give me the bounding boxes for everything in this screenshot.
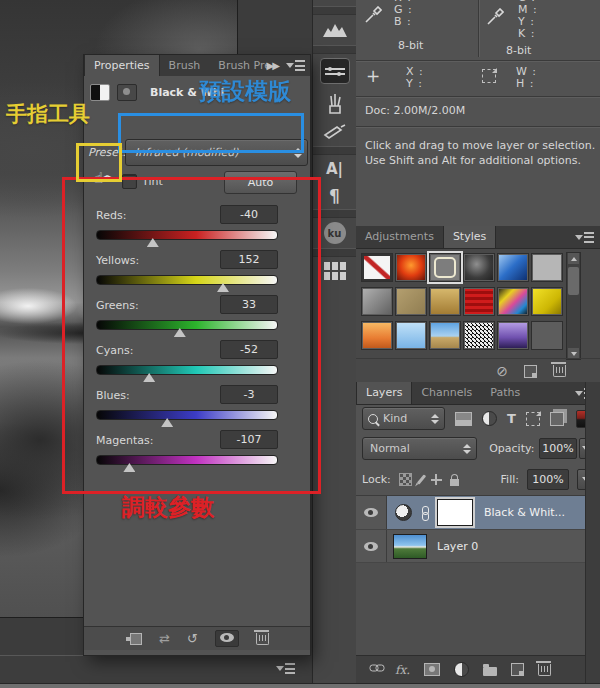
filter-shape-layers-icon[interactable] bbox=[526, 412, 540, 426]
style-bw-noise[interactable] bbox=[463, 321, 495, 350]
style-dark-swirl[interactable] bbox=[463, 253, 495, 282]
scroll-thumb[interactable] bbox=[568, 267, 579, 295]
tab-paths[interactable]: Paths bbox=[481, 382, 529, 404]
link-layers-icon[interactable] bbox=[371, 665, 385, 672]
slider-thumb[interactable] bbox=[123, 463, 135, 472]
slider-value-field[interactable]: -107 bbox=[220, 430, 278, 449]
style-white-outline[interactable] bbox=[429, 253, 461, 282]
filter-kind-dropdown[interactable]: Kind bbox=[362, 407, 445, 430]
layer-effects-icon[interactable]: fx. bbox=[395, 663, 410, 677]
visibility-cell[interactable] bbox=[356, 530, 387, 562]
slider-track[interactable] bbox=[96, 275, 278, 285]
style-gold[interactable] bbox=[429, 287, 461, 316]
delete-style-icon[interactable] bbox=[553, 365, 566, 377]
style-none[interactable] bbox=[361, 253, 393, 282]
style-blue-gloss[interactable] bbox=[497, 253, 529, 282]
dock-group-handle[interactable] bbox=[313, 146, 356, 155]
lock-pixels-icon[interactable] bbox=[417, 474, 426, 484]
panel-menu-icon[interactable] bbox=[575, 232, 594, 243]
style-gray-gradient[interactable] bbox=[361, 287, 393, 316]
styles-scrollbar[interactable] bbox=[566, 252, 581, 360]
kuler-panel-icon[interactable]: ku bbox=[313, 222, 356, 244]
new-adjustment-layer-icon[interactable] bbox=[454, 662, 469, 677]
style-light-gray[interactable] bbox=[531, 253, 563, 282]
scroll-up-arrow[interactable] bbox=[568, 253, 579, 264]
slider-thumb[interactable] bbox=[217, 283, 229, 292]
slider-track[interactable] bbox=[96, 320, 278, 330]
preset-dropdown[interactable]: Infrared (modified) bbox=[125, 139, 308, 166]
style-landscape[interactable] bbox=[429, 321, 461, 350]
opacity-value[interactable]: 100% bbox=[539, 438, 576, 459]
add-mask-icon[interactable] bbox=[424, 663, 440, 676]
slider-value-field[interactable]: 152 bbox=[220, 250, 278, 269]
tab-styles[interactable]: Styles bbox=[443, 226, 496, 248]
histogram-panel-icon[interactable] bbox=[313, 15, 356, 45]
layer-mask-thumbnail[interactable] bbox=[437, 499, 473, 526]
style-camo-multi[interactable] bbox=[497, 287, 529, 316]
paragraph-panel-icon[interactable]: ¶ bbox=[313, 183, 356, 209]
slider-track[interactable] bbox=[96, 230, 278, 240]
filter-type-layers-icon[interactable]: T bbox=[507, 411, 516, 426]
dock-group-handle[interactable] bbox=[313, 6, 356, 15]
clear-style-icon[interactable]: ⊘ bbox=[496, 363, 508, 379]
slider-track[interactable] bbox=[96, 365, 278, 375]
delete-adjustment-icon[interactable] bbox=[256, 633, 269, 645]
layer-name[interactable]: Black & Whit... bbox=[484, 506, 565, 519]
view-previous-state-icon[interactable]: ⇄ bbox=[159, 631, 170, 646]
collapse-panels-icon[interactable]: ▶▶ bbox=[267, 60, 278, 71]
slider-thumb[interactable] bbox=[161, 418, 173, 427]
style-red-glow[interactable] bbox=[395, 253, 427, 282]
clip-to-layer-icon[interactable] bbox=[130, 633, 142, 645]
brush-presets-panel-icon[interactable] bbox=[313, 88, 356, 118]
layer-row-black-white[interactable]: Black & Whit... bbox=[356, 496, 600, 530]
dock-group-handle[interactable] bbox=[313, 209, 356, 218]
style-orange-sky[interactable] bbox=[361, 321, 393, 350]
dock-group-handle[interactable] bbox=[313, 248, 356, 257]
slider-track[interactable] bbox=[96, 455, 278, 465]
properties-panel-icon[interactable] bbox=[320, 58, 350, 84]
tab-layers[interactable]: Layers bbox=[356, 382, 412, 404]
tint-checkbox[interactable] bbox=[122, 174, 137, 189]
delete-layer-icon[interactable] bbox=[538, 664, 551, 676]
lock-transparency-icon[interactable] bbox=[399, 473, 412, 486]
layer-row-layer0[interactable]: Layer 0 bbox=[356, 530, 600, 563]
slider-thumb[interactable] bbox=[147, 238, 159, 247]
new-style-icon[interactable] bbox=[524, 365, 537, 378]
toggle-visibility-button[interactable] bbox=[215, 630, 239, 647]
slider-thumb[interactable] bbox=[143, 373, 155, 382]
clone-source-panel-icon[interactable] bbox=[313, 118, 356, 146]
style-yellow-3d[interactable] bbox=[531, 287, 563, 316]
style-dark-flat[interactable] bbox=[531, 321, 563, 350]
slider-value-field[interactable]: -52 bbox=[220, 340, 278, 359]
reset-defaults-icon[interactable]: ↺ bbox=[187, 631, 198, 646]
layer-name[interactable]: Layer 0 bbox=[437, 540, 478, 553]
mask-icon[interactable] bbox=[117, 84, 137, 101]
lock-all-icon[interactable] bbox=[450, 479, 459, 486]
tab-adjustments[interactable]: Adjustments bbox=[356, 226, 443, 248]
filter-adjustment-layers-icon[interactable] bbox=[482, 411, 497, 426]
slider-thumb[interactable] bbox=[174, 328, 186, 337]
slider-value-field[interactable]: -3 bbox=[220, 385, 278, 404]
filter-smart-objects-icon[interactable] bbox=[550, 412, 564, 426]
layer-comps-panel-icon[interactable] bbox=[324, 262, 346, 280]
layer-thumbnail[interactable] bbox=[393, 534, 427, 559]
new-layer-icon[interactable] bbox=[511, 663, 524, 676]
auto-button[interactable]: Auto bbox=[224, 171, 297, 194]
character-panel-icon[interactable]: A| bbox=[313, 155, 356, 183]
slider-value-field[interactable]: -40 bbox=[220, 205, 278, 224]
tab-properties[interactable]: Properties bbox=[84, 55, 160, 76]
lock-position-icon[interactable] bbox=[431, 474, 442, 485]
new-group-icon[interactable] bbox=[483, 667, 497, 676]
filter-pixel-layers-icon[interactable] bbox=[455, 412, 472, 426]
panel-menu-icon[interactable] bbox=[276, 663, 295, 674]
tab-brush[interactable]: Brush bbox=[160, 55, 210, 76]
dock-group-handle[interactable] bbox=[313, 45, 356, 54]
style-purple[interactable] bbox=[497, 321, 529, 350]
tab-brush-presets[interactable]: Brush Pres bbox=[209, 55, 266, 76]
style-tan-flat[interactable] bbox=[395, 287, 427, 316]
slider-value-field[interactable]: 33 bbox=[220, 295, 278, 314]
blend-mode-dropdown[interactable]: Normal bbox=[362, 437, 477, 460]
slider-track[interactable] bbox=[96, 410, 278, 420]
tab-channels[interactable]: Channels bbox=[412, 382, 481, 404]
fill-value[interactable]: 100% bbox=[527, 469, 569, 490]
